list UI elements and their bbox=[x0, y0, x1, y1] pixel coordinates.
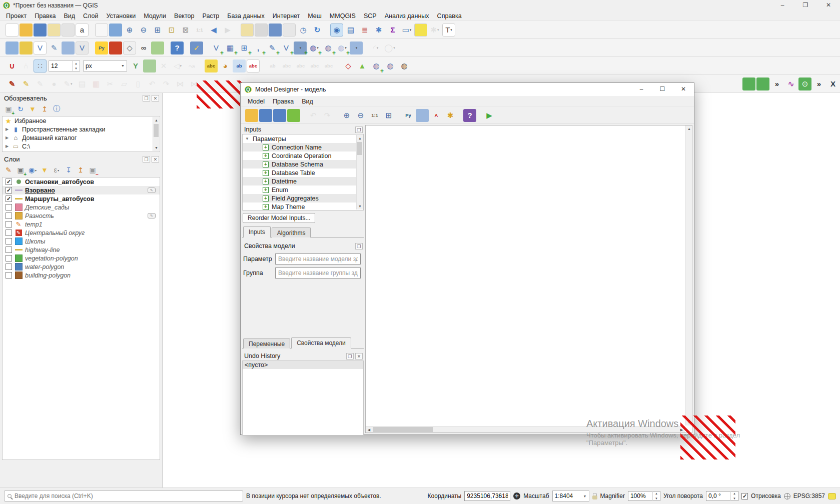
new-geojson-icon[interactable]: ✎▾ bbox=[48, 42, 61, 54]
metasearch2-icon[interactable]: ◍▾ bbox=[384, 60, 397, 72]
undo-icon[interactable]: ↶▾ bbox=[146, 78, 159, 90]
expander-icon[interactable]: ▶ bbox=[5, 127, 10, 132]
input-database-table[interactable]: + Database Table bbox=[243, 168, 363, 177]
tab-algorithms[interactable]: Algorithms bbox=[272, 228, 311, 238]
scp-x-icon[interactable]: X▾ bbox=[826, 78, 839, 90]
spin-up-icon[interactable]: ▲ bbox=[731, 491, 738, 496]
export-as-image-icon[interactable]: ▾ bbox=[416, 109, 429, 122]
scrollbar-thumb[interactable] bbox=[357, 142, 362, 155]
tab-variables[interactable]: Переменные bbox=[243, 338, 290, 348]
expander-icon[interactable]: ▶ bbox=[5, 136, 10, 140]
new-virtual-layer-icon[interactable]: ▾ bbox=[62, 42, 75, 54]
spin-down-icon[interactable]: ▼ bbox=[73, 66, 80, 71]
tracing-offset-icon[interactable]: ▾ bbox=[143, 60, 156, 72]
input-database-schema[interactable]: + Database Schema bbox=[243, 160, 363, 168]
spin-up-icon[interactable]: ▲ bbox=[73, 61, 80, 66]
python-console-icon[interactable]: Py▾ bbox=[95, 42, 108, 54]
snapping-icon[interactable]: ∪▾ bbox=[6, 60, 19, 72]
remove-layer-icon[interactable]: ▣▾ bbox=[87, 164, 98, 176]
undo-history-empty-item[interactable]: <пусто> bbox=[243, 361, 363, 369]
modify-attributes-icon[interactable]: ▤▾ bbox=[76, 78, 89, 90]
add-vector-layer-icon[interactable]: V▾ bbox=[210, 42, 223, 54]
layer-vzorvano[interactable]: ✓ Взорвано ✎ bbox=[3, 186, 160, 194]
panel-float-icon[interactable]: ❐ bbox=[346, 353, 354, 360]
manage-visibility-icon[interactable]: ◉▾ bbox=[27, 164, 38, 176]
measure-icon[interactable]: ▭▾ bbox=[400, 24, 413, 36]
scroll-up-icon[interactable]: ▲ bbox=[357, 135, 363, 142]
menu-help[interactable]: Справка bbox=[433, 12, 466, 20]
add-raster-layer-icon[interactable]: ▦▾ bbox=[224, 42, 237, 54]
scp-bandset-icon[interactable]: ▾ bbox=[109, 42, 122, 54]
panel-float-icon[interactable]: ❐ bbox=[355, 243, 363, 250]
browser-collapse-icon[interactable]: ↥▾ bbox=[39, 104, 50, 114]
browser-item-home[interactable]: ▶ Домашний каталог bbox=[3, 134, 160, 142]
expression-filter-icon[interactable]: ε▾ bbox=[51, 164, 62, 176]
model-menu-view[interactable]: Вид bbox=[298, 97, 317, 106]
copy-features-icon[interactable]: ▱▾ bbox=[118, 78, 131, 90]
draw-arc-icon[interactable]: ◜▾ bbox=[369, 42, 382, 54]
add-virtual-layer-icon[interactable]: V▾ bbox=[280, 42, 293, 54]
input-map-theme[interactable]: + Map Theme bbox=[243, 202, 363, 210]
menu-mmqgis[interactable]: MMQGIS bbox=[326, 12, 360, 20]
new-project-icon[interactable]: ▾ bbox=[6, 24, 19, 36]
layer-detskie-sady[interactable]: ✓ Детские_сады ✎ bbox=[3, 203, 160, 212]
statistics-icon[interactable]: ≣▾ bbox=[358, 24, 371, 36]
osm-search-icon[interactable]: ∞▾ bbox=[137, 42, 150, 54]
pin-labels-icon[interactable]: ab▾ bbox=[233, 60, 246, 72]
style-manager-icon[interactable]: a▾ bbox=[76, 24, 89, 36]
input-enum[interactable]: + Enum bbox=[243, 186, 363, 194]
panel-close-icon[interactable]: ✕ bbox=[152, 156, 159, 162]
model-undo-icon[interactable]: ↶▾ bbox=[307, 109, 320, 122]
rotation-spinner[interactable]: ▲▼ bbox=[706, 491, 738, 501]
plugin-help-icon[interactable]: ?▾ bbox=[171, 42, 184, 54]
zoom-to-layer-icon[interactable]: ⊠▾ bbox=[179, 24, 192, 36]
layer-highway-line[interactable]: ✓ highway-line ✎ bbox=[3, 246, 160, 254]
inputs-scrollbar[interactable]: ▲ ▼ bbox=[356, 135, 363, 210]
model-name-input[interactable] bbox=[275, 254, 361, 264]
cut-features-icon[interactable]: ✂▾ bbox=[104, 78, 117, 90]
scroll-left-icon[interactable]: ◀ bbox=[366, 426, 372, 433]
export-as-svg-icon[interactable]: ✱▾ bbox=[444, 109, 457, 122]
new-3d-map-icon[interactable]: ▾ bbox=[255, 24, 268, 36]
add-delimited-text-icon[interactable]: ,▾ bbox=[252, 42, 265, 54]
layer-visibility-checkbox[interactable]: ✓ bbox=[6, 212, 12, 219]
add-feature-icon[interactable]: ●▾ bbox=[48, 78, 61, 90]
save-project-icon[interactable]: ▾ bbox=[34, 24, 47, 36]
add-mesh-layer-icon[interactable]: ⊞▾ bbox=[238, 42, 251, 54]
model-zoom-full-icon[interactable]: ⊞▾ bbox=[382, 109, 395, 122]
snapping-unit-combo[interactable]: px ▼ bbox=[83, 60, 127, 72]
draw-circle-icon[interactable]: ◯▾ bbox=[383, 42, 396, 54]
snapping-tolerance-input[interactable] bbox=[49, 62, 72, 70]
layer-shkoly[interactable]: ✓ Школы ✎ bbox=[3, 237, 160, 246]
render-checkbox[interactable]: ✓ bbox=[741, 493, 748, 500]
pan-to-selection-icon[interactable]: ▾ bbox=[109, 24, 122, 36]
tracing-icon[interactable]: Y▾ bbox=[129, 60, 142, 72]
layer-labeling-icon[interactable]: abc▾ bbox=[205, 60, 218, 72]
run-model-icon[interactable]: ▶▾ bbox=[483, 109, 496, 122]
refresh-icon[interactable]: ↻▾ bbox=[311, 24, 324, 36]
filter-legend-icon[interactable]: ▼▾ bbox=[39, 164, 50, 176]
export-as-pdf-icon[interactable]: A▾ bbox=[430, 109, 443, 122]
rotation-input[interactable] bbox=[706, 492, 730, 500]
model-redo-icon[interactable]: ↷▾ bbox=[321, 109, 334, 122]
redo-icon[interactable]: ↷▾ bbox=[160, 78, 173, 90]
layer-visibility-checkbox[interactable]: ✓ bbox=[6, 187, 12, 194]
model-zoom-in-icon[interactable]: ⊕▾ bbox=[340, 109, 353, 122]
menu-processing[interactable]: Анализ данных bbox=[381, 12, 433, 20]
toolbar-overflow2-icon[interactable]: »▾ bbox=[812, 78, 825, 90]
close-button[interactable]: ✕ bbox=[817, 0, 840, 11]
model-zoom-out-icon[interactable]: ⊖▾ bbox=[354, 109, 367, 122]
locator-search-input[interactable] bbox=[15, 492, 240, 500]
layer-building-polygon[interactable]: ✓ building-polygon ✎ bbox=[3, 271, 160, 280]
rotate-label-icon[interactable]: abc▾ bbox=[308, 60, 321, 72]
add-postgis-icon[interactable]: ▾ bbox=[294, 42, 307, 54]
spin-down-icon[interactable]: ▼ bbox=[653, 496, 660, 501]
zoom-next-icon[interactable]: ▶▾ bbox=[221, 24, 234, 36]
locator-searchbox[interactable] bbox=[4, 490, 243, 502]
new-shapefile-icon[interactable]: V▾ bbox=[34, 42, 47, 54]
model-group-input[interactable] bbox=[275, 268, 361, 278]
minimize-button[interactable]: – bbox=[771, 0, 794, 11]
magnifier-lock-icon[interactable] bbox=[592, 496, 597, 500]
layer-visibility-checkbox[interactable]: ✓ bbox=[6, 196, 12, 202]
add-group-icon[interactable]: ▣▾ bbox=[15, 164, 26, 176]
